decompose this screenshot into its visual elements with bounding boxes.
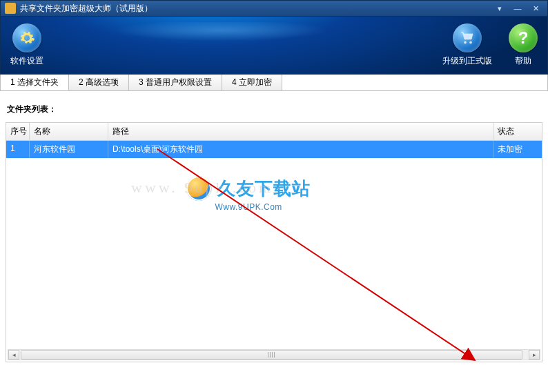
column-name[interactable]: 名称 bbox=[30, 123, 108, 140]
upgrade-label: 升级到正式版 bbox=[442, 55, 492, 67]
scroll-thumb[interactable] bbox=[21, 350, 522, 360]
settings-button[interactable]: 软件设置 bbox=[10, 23, 43, 67]
column-path[interactable]: 路径 bbox=[108, 123, 493, 140]
scroll-left-icon[interactable]: ◂ bbox=[8, 350, 19, 360]
tab-spacer bbox=[282, 75, 547, 90]
cell-index: 1 bbox=[6, 141, 30, 158]
table-header: 序号 名称 路径 状态 bbox=[6, 123, 542, 141]
scroll-track[interactable] bbox=[21, 350, 527, 360]
cell-name: 河东软件园 bbox=[30, 141, 108, 158]
help-label: 帮助 bbox=[515, 55, 531, 67]
scroll-right-icon[interactable]: ▸ bbox=[529, 350, 540, 360]
table-row[interactable]: 1 河东软件园 D:\tools\桌面\河东软件园 未加密 bbox=[6, 141, 542, 158]
window-title: 共享文件夹加密超级大师（试用版） bbox=[20, 3, 153, 14]
cart-icon bbox=[453, 23, 482, 52]
titlebar: 共享文件夹加密超级大师（试用版） ▾ — ✕ bbox=[0, 0, 548, 17]
dropdown-icon[interactable]: ▾ bbox=[492, 3, 507, 14]
tab-encrypt-now[interactable]: 4 立即加密 bbox=[222, 75, 282, 90]
minimize-icon[interactable]: — bbox=[510, 3, 525, 14]
cell-path: D:\tools\桌面\河东软件园 bbox=[108, 141, 493, 158]
content-area: 文件夹列表： 序号 名称 路径 状态 1 河东软件园 D:\tools\桌面\河… bbox=[0, 91, 548, 362]
folder-table: 序号 名称 路径 状态 1 河东软件园 D:\tools\桌面\河东软件园 未加… bbox=[6, 122, 542, 362]
column-status[interactable]: 状态 bbox=[493, 123, 542, 140]
question-icon: ? bbox=[509, 23, 538, 52]
cell-status: 未加密 bbox=[493, 141, 542, 158]
gear-icon bbox=[12, 23, 41, 52]
horizontal-scrollbar[interactable]: ◂ ▸ bbox=[8, 349, 540, 360]
tabs: 1 选择文件夹 2 高级选项 3 普通用户权限设置 4 立即加密 bbox=[0, 75, 548, 91]
upgrade-button[interactable]: 升级到正式版 bbox=[442, 23, 492, 67]
tab-permissions[interactable]: 3 普通用户权限设置 bbox=[129, 75, 222, 90]
header-toolbar: 软件设置 升级到正式版 ? 帮助 bbox=[0, 17, 548, 75]
window-controls: ▾ — ✕ bbox=[492, 3, 543, 14]
close-icon[interactable]: ✕ bbox=[528, 3, 543, 14]
app-icon bbox=[5, 3, 16, 14]
tab-select-folder[interactable]: 1 选择文件夹 bbox=[1, 75, 69, 90]
column-index[interactable]: 序号 bbox=[6, 123, 30, 140]
tab-advanced[interactable]: 2 高级选项 bbox=[69, 75, 129, 90]
folder-list-label: 文件夹列表： bbox=[7, 104, 542, 115]
settings-label: 软件设置 bbox=[10, 55, 43, 67]
help-button[interactable]: ? 帮助 bbox=[509, 23, 538, 67]
